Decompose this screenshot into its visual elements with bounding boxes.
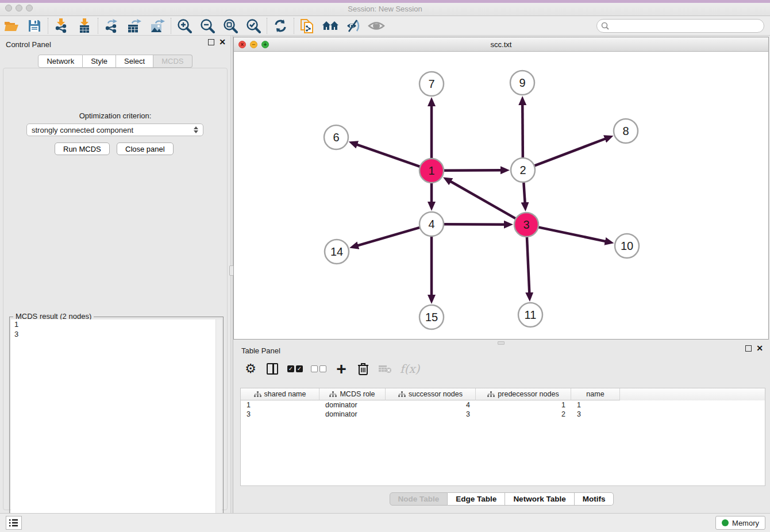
close-panel-icon[interactable]: ✕ [219,39,226,45]
show-all-button[interactable] [365,17,388,34]
export-image-icon [149,18,165,33]
unchecked-box-icon [319,365,326,372]
refresh-button[interactable] [269,17,292,34]
new-network-from-selection-button[interactable] [296,17,319,34]
tab-style[interactable]: Style [83,55,116,68]
column-header-shared-name[interactable]: shared name [241,388,319,400]
table-panel-title: Table Panel [241,346,280,355]
table-panel-tabs: Node TableEdge TableNetwork TableMotifs [233,492,770,506]
search-icon [601,22,609,30]
attribute-icon [398,391,406,398]
table-row[interactable]: 1dominator411 [241,400,765,410]
export-image-button[interactable] [146,17,169,34]
tab-edge-table[interactable]: Edge Table [448,492,505,506]
table-cell[interactable]: 1 [241,400,319,410]
table-cell[interactable]: 2 [476,410,571,419]
memory-button[interactable]: Memory [715,516,765,530]
edge-2-3[interactable] [523,182,525,203]
delete-column-button[interactable] [356,361,370,376]
edge-3-10[interactable] [538,227,606,241]
result-scrollbar[interactable] [215,319,222,532]
criterion-select[interactable]: strongly connected component [26,124,203,136]
edge-1-6[interactable] [357,145,420,167]
import-table-icon [78,18,91,33]
export-network-icon [104,18,119,33]
edge-3-1[interactable] [451,182,516,219]
zoom-in-button[interactable] [173,17,196,34]
column-label: name [586,390,604,398]
zoom-out-icon [200,18,215,33]
hide-selected-button[interactable] [342,17,365,34]
node-label-10: 10 [621,240,633,252]
show-column-panel-button[interactable] [265,361,279,376]
table-settings-button[interactable]: ⚙ [244,361,257,376]
import-network-button[interactable] [50,17,73,34]
table-cell[interactable]: 3 [571,410,620,419]
node-label-15: 15 [425,311,438,323]
close-panel-button[interactable]: Close panel [117,142,174,155]
function-builder-button: f(x) [400,361,419,376]
eye-icon [368,20,385,32]
table-row[interactable]: 3dominator323 [241,410,765,419]
column-header-successor-nodes[interactable]: successor nodes [386,388,476,400]
result-line: 3 [11,329,222,339]
zoom-selected-icon [246,18,261,33]
task-history-button[interactable] [6,516,22,530]
run-mcds-button[interactable]: Run MCDS [55,142,110,155]
table-cell[interactable]: 4 [386,400,476,410]
tab-network[interactable]: Network [38,55,83,68]
toolbar-separator [48,18,48,34]
optimization-criterion-label: Optimization criterion: [3,111,227,120]
edge-4-3[interactable] [444,224,505,225]
table-cell[interactable]: dominator [319,400,386,410]
zoom-out-button[interactable] [196,17,219,34]
plus-icon: + [336,362,346,376]
zoom-fit-icon [223,18,238,33]
node-label-2: 2 [519,164,526,176]
column-header-MCDS-role[interactable]: MCDS role [319,388,386,400]
tab-motifs[interactable]: Motifs [575,492,614,506]
toolbar-separator [267,18,267,34]
network-view-window: × − + scc.txt 7968124314101511 [233,37,769,340]
tab-mcds[interactable]: MCDS [153,55,192,68]
float-table-panel-icon[interactable] [745,345,752,352]
select-all-button[interactable]: ✓ ✓ [287,361,303,376]
add-column-button[interactable]: + [334,361,348,376]
open-session-button[interactable] [0,17,23,34]
table-cell[interactable]: 3 [386,410,476,419]
tab-node-table[interactable]: Node Table [390,492,448,506]
criterion-value: strongly connected component [32,126,194,134]
import-table-button[interactable] [73,17,96,34]
table-cell[interactable]: 3 [241,410,319,419]
export-table-button[interactable] [123,17,146,34]
search-input[interactable] [596,19,764,33]
edge-4-14[interactable] [357,228,419,246]
delete-table-icon [378,364,392,374]
table-cell[interactable]: dominator [319,410,386,419]
deselect-all-button[interactable] [311,361,326,376]
tab-network-table[interactable]: Network Table [505,492,574,506]
export-network-button[interactable] [100,17,123,34]
mcds-result-list[interactable]: 13 [11,319,222,532]
save-session-button[interactable] [23,17,46,34]
first-neighbors-button[interactable] [319,17,342,34]
column-header-predecessor-nodes[interactable]: predecessor nodes [476,388,571,400]
column-header-name[interactable]: name [571,388,620,400]
table-cell[interactable]: 1 [571,400,620,410]
zoom-fit-button[interactable] [219,17,242,34]
main-toolbar [0,16,770,36]
edge-2-8[interactable] [534,138,606,165]
edge-2-9[interactable] [522,105,523,158]
network-canvas[interactable]: 7968124314101511 [234,52,768,339]
table-cell[interactable]: 1 [476,400,571,410]
float-panel-icon[interactable] [208,39,214,45]
horizontal-splitter-handle[interactable] [498,341,505,345]
network-window-titlebar[interactable]: × − + scc.txt [234,37,768,52]
close-table-panel-icon[interactable]: ✕ [756,345,763,352]
zoom-selected-button[interactable] [242,17,265,34]
tab-select[interactable]: Select [116,55,153,68]
edge-3-11[interactable] [527,237,529,293]
column-label: successor nodes [409,390,463,398]
edge-1-2[interactable] [444,170,501,171]
node-table-header: shared nameMCDS rolesuccessor nodesprede… [241,388,765,400]
